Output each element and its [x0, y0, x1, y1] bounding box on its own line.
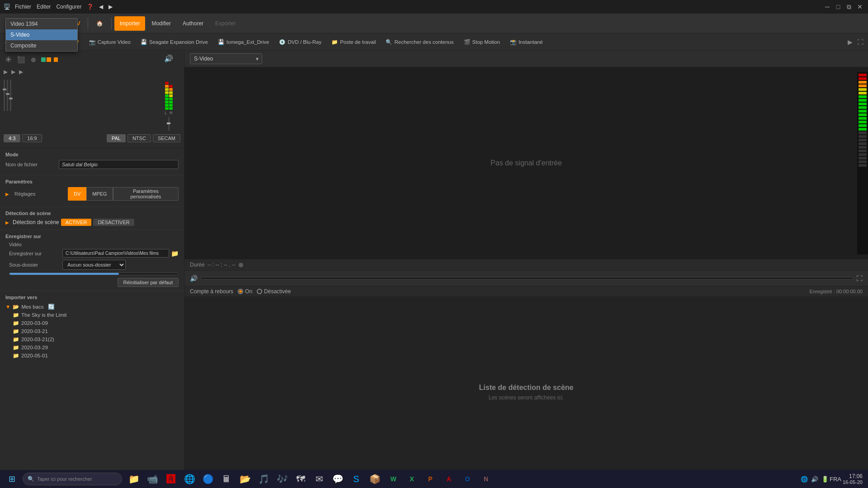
- taskbar-ppt-icon[interactable]: P: [421, 470, 439, 488]
- taskbar-onenote-icon[interactable]: N: [477, 470, 495, 488]
- scene-triangle[interactable]: ▶: [5, 220, 9, 225]
- mpeg-tab-button[interactable]: MPEG: [86, 187, 113, 201]
- format-secam-button[interactable]: SECAM: [153, 134, 180, 142]
- countdown-off-option[interactable]: Désactivée: [257, 288, 291, 295]
- contrast-slider-thumb[interactable]: [6, 93, 9, 95]
- format-pal-button[interactable]: PAL: [107, 134, 126, 142]
- nav-dvd[interactable]: 💿 DVD / Blu-Ray: [274, 37, 326, 47]
- taskbar-access-icon[interactable]: A: [440, 470, 458, 488]
- taskbar-ie-icon[interactable]: 🔵: [199, 470, 217, 488]
- nav-capture-video[interactable]: 📷 Capture Video: [85, 37, 135, 47]
- color-slider-thumb[interactable]: [9, 98, 13, 99]
- nav-instantane[interactable]: 📸 Instantané: [505, 37, 547, 47]
- menu-fichier[interactable]: Fichier: [15, 4, 31, 10]
- dropdown-item-svideo[interactable]: S-Video: [6, 29, 77, 40]
- taskbar-word-icon[interactable]: W: [384, 470, 402, 488]
- deactivate-button[interactable]: DÉSACTIVER: [93, 219, 134, 226]
- countdown-on-radio[interactable]: [238, 289, 243, 294]
- dropdown-item-video1394[interactable]: Video 1394: [6, 19, 77, 29]
- menu-back[interactable]: ◀: [99, 4, 103, 10]
- restore-button[interactable]: ⧉: [844, 2, 854, 11]
- transport-volume-icon[interactable]: 🔊: [190, 275, 198, 282]
- mes-bacs-item[interactable]: ▼ 📂 Mes bacs 🔄: [5, 303, 179, 311]
- volume-icon[interactable]: 🔊: [164, 54, 173, 63]
- dv-tab-button[interactable]: DV: [68, 187, 86, 201]
- nav-search[interactable]: 🔍 Rechercher des contenus: [381, 37, 458, 47]
- menu-help[interactable]: ❓: [87, 4, 94, 10]
- folder-2020-03-09[interactable]: 📁 2020-03-09: [13, 319, 179, 327]
- menu-configurer[interactable]: Configurer: [56, 4, 81, 10]
- seagate-label: Seagate Expansion Drive: [149, 39, 208, 45]
- source-select[interactable]: Video 1394 S-Video Composite: [190, 53, 262, 64]
- taskbar-avid-icon[interactable]: 🅰: [162, 470, 180, 488]
- nav-seagate[interactable]: 💾 Seagate Expansion Drive: [136, 37, 212, 47]
- refresh-icon[interactable]: 🔄: [48, 304, 55, 310]
- authorer-button[interactable]: Authorer: [177, 16, 209, 31]
- taskbar-pinnacle-icon[interactable]: 📹: [143, 470, 161, 488]
- taskbar-media-icon[interactable]: 🎵: [255, 470, 273, 488]
- taskbar-mail-icon[interactable]: ✉: [310, 470, 328, 488]
- search-bar[interactable]: 🔍 Taper ici pour rechercher: [23, 473, 122, 485]
- play-back-icon[interactable]: ▶: [4, 69, 8, 75]
- exporter-button[interactable]: Exporter: [210, 16, 241, 31]
- folder-2020-03-29[interactable]: 📁 2020-03-29: [13, 343, 179, 352]
- dropdown-item-composite[interactable]: Composite: [6, 40, 77, 51]
- play-icon[interactable]: ▶: [19, 69, 23, 75]
- taskbar-music2-icon[interactable]: 🎶: [273, 470, 291, 488]
- browse-folder-icon[interactable]: 📁: [171, 250, 179, 257]
- nav-poste[interactable]: 📁 Poste de travail: [327, 37, 380, 47]
- main-content: ✳ ⬛ ⊕ ▶ ▶ ▶: [0, 51, 868, 488]
- taskbar-amazon-icon[interactable]: 📦: [366, 470, 384, 488]
- play-fwd-icon[interactable]: ▶: [11, 69, 15, 75]
- nav-iomega[interactable]: 💾 Iomega_Ext_Drive: [213, 37, 274, 47]
- reset-button[interactable]: Réinitialiser par défaut: [118, 278, 179, 287]
- taskbar-outlook-icon[interactable]: O: [458, 470, 476, 488]
- tray-battery-icon[interactable]: 🔋: [821, 474, 830, 483]
- folder-2020-05-01[interactable]: 📁 2020-05-01: [13, 352, 179, 360]
- maximize-button[interactable]: □: [834, 2, 843, 11]
- aspect-43-button[interactable]: 4:3: [4, 134, 20, 142]
- folder-sky[interactable]: 📁 The Sky is the Limit: [13, 311, 179, 319]
- filename-input[interactable]: [59, 160, 179, 169]
- tray-lang-icon[interactable]: FRA: [831, 474, 840, 483]
- minimize-button[interactable]: ─: [823, 2, 832, 11]
- importer-button[interactable]: Importer: [114, 16, 146, 31]
- nav-stop-motion[interactable]: 🎬 Stop Motion: [459, 37, 505, 47]
- duration-reset-icon[interactable]: ⊗: [238, 261, 244, 268]
- brightness-slider-thumb[interactable]: [3, 89, 6, 90]
- aspect-169-button[interactable]: 16:9: [22, 134, 42, 142]
- taskbar-files-icon[interactable]: 📂: [236, 470, 254, 488]
- countdown-on-option[interactable]: On: [238, 288, 252, 295]
- taskbar-excel-icon[interactable]: X: [403, 470, 421, 488]
- home-button[interactable]: 🏠: [91, 16, 108, 31]
- taskbar-chrome-icon[interactable]: 🌐: [180, 470, 198, 488]
- taskbar-explorer-icon[interactable]: 📁: [125, 470, 143, 488]
- close-button[interactable]: ✕: [855, 2, 864, 11]
- save-path-input[interactable]: [62, 249, 169, 258]
- subfolder-select[interactable]: Aucun sous-dossier: [62, 260, 126, 270]
- activate-button[interactable]: ACTIVER: [61, 219, 92, 226]
- tray-volume-icon[interactable]: 🔊: [810, 474, 819, 483]
- menu-editer[interactable]: Editer: [37, 4, 51, 10]
- custom-tab-button[interactable]: Paramètres personnalisés: [113, 187, 179, 201]
- taskbar-calc-icon[interactable]: 🖩: [217, 470, 236, 488]
- countdown-off-radio[interactable]: [257, 289, 262, 294]
- menu-forward[interactable]: ▶: [108, 4, 113, 10]
- seagate-icon: 💾: [141, 39, 147, 45]
- folder-2020-03-21-2[interactable]: 📁 2020-03-21(2): [13, 335, 179, 343]
- format-ntsc-button[interactable]: NTSC: [127, 134, 151, 142]
- volume-slider-thumb[interactable]: [167, 122, 170, 124]
- vu-r-orange-2: [859, 84, 867, 87]
- taskbar-skype-icon[interactable]: S: [347, 470, 365, 488]
- tray-network-icon[interactable]: 🌐: [800, 474, 809, 483]
- folder-2020-03-21[interactable]: 📁 2020-03-21: [13, 327, 179, 335]
- taskbar-messenger-icon[interactable]: 💬: [329, 470, 347, 488]
- capture-icon: 📷: [89, 39, 95, 45]
- reglages-triangle[interactable]: ▶: [5, 192, 9, 197]
- fullscreen-icon[interactable]: ⛶: [855, 37, 865, 47]
- transport-expand-icon[interactable]: ⛶: [856, 275, 863, 282]
- nav-forward-arrow[interactable]: ▶: [846, 37, 854, 47]
- modifier-button[interactable]: Modifier: [146, 16, 176, 31]
- taskbar-maps-icon[interactable]: 🗺: [292, 470, 310, 488]
- start-button[interactable]: ⊞: [2, 470, 22, 488]
